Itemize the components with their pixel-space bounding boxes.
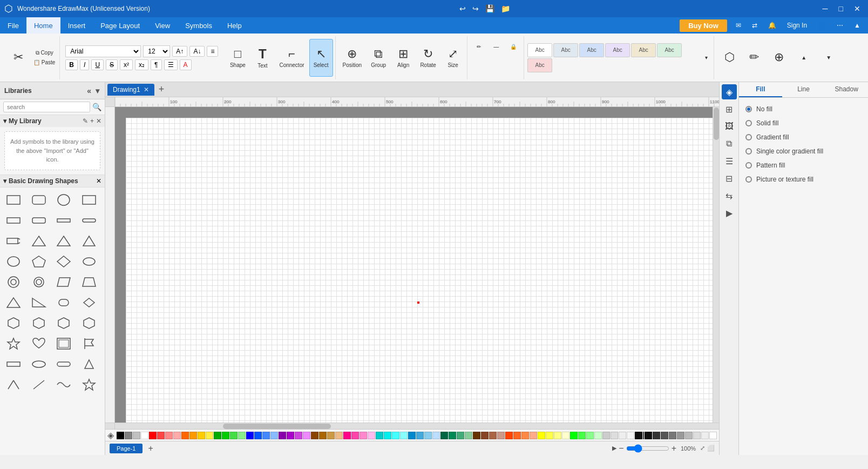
shape-trapezoid[interactable] [79, 273, 99, 291]
palette-swatch-38[interactable] [424, 432, 432, 439]
more-styles-button[interactable]: ▾ [701, 39, 711, 77]
page-tab-1[interactable]: Page-1 [110, 444, 143, 453]
palette-swatch-46[interactable] [489, 432, 497, 439]
shape-line-triangle[interactable] [3, 376, 24, 394]
fill-option-single-gradient[interactable]: Single color gradient fill [743, 144, 864, 158]
pen-style-button[interactable]: ✏ [471, 36, 487, 58]
format-button[interactable]: ▲ [792, 39, 816, 77]
shape-rect-small[interactable] [3, 211, 24, 230]
tab-shadow[interactable]: Shadow [825, 82, 868, 97]
swatch-black[interactable] [645, 432, 652, 439]
palette-swatch-27[interactable] [335, 432, 343, 439]
library-close-icon[interactable]: ✕ [96, 117, 101, 125]
palette-swatch-23[interactable] [303, 432, 310, 439]
style-thumb-4[interactable]: Abc [605, 43, 630, 57]
swatch-lightest[interactable] [701, 432, 709, 439]
strikethrough-button[interactable]: S [106, 59, 118, 70]
fill-tool-button[interactable]: ◈ [722, 84, 737, 99]
style-thumb-6[interactable]: Abc [657, 43, 682, 57]
palette-swatch-44[interactable] [473, 432, 480, 439]
palette-swatch-63[interactable] [627, 432, 634, 439]
palette-swatch-14[interactable] [230, 432, 238, 439]
shape-circle-outline[interactable] [29, 273, 49, 291]
palette-swatch-60[interactable] [602, 432, 610, 439]
palette-swatch-32[interactable] [376, 432, 383, 439]
palette-swatch-55[interactable] [562, 432, 569, 439]
palette-swatch-56[interactable] [570, 432, 578, 439]
palette-swatch-12[interactable] [214, 432, 221, 439]
search-input[interactable] [3, 102, 90, 112]
palette-swatch-33[interactable] [384, 432, 391, 439]
send-icon[interactable]: ✉ [733, 21, 744, 30]
palette-swatch-0[interactable] [117, 432, 124, 439]
shape-oval[interactable] [29, 355, 49, 373]
shape-wave[interactable] [53, 376, 74, 394]
zoom-slider[interactable] [626, 444, 669, 453]
shape-pill[interactable] [79, 211, 99, 230]
select-button[interactable]: ↖ Select [309, 39, 333, 77]
notification-icon[interactable]: 🔔 [765, 21, 779, 30]
style-thumb-2[interactable]: Abc [553, 43, 578, 57]
palette-swatch-47[interactable] [497, 432, 505, 439]
list-tool-button[interactable]: ☰ [722, 153, 737, 169]
style-thumb-3[interactable]: Abc [579, 43, 604, 57]
zoom-out-button[interactable]: − [619, 444, 623, 453]
swatch-medgray[interactable] [677, 432, 684, 439]
shape-hexagon-outline-sm[interactable] [79, 314, 99, 332]
fill-option-none[interactable]: No fill [743, 102, 864, 116]
fill-option-gradient[interactable]: Gradient fill [743, 130, 864, 144]
underline-button[interactable]: U [91, 59, 104, 70]
export-tool-button[interactable]: ⇆ [722, 188, 737, 203]
align-tool-button[interactable]: ⊞ Align [391, 39, 415, 77]
font-color-button[interactable]: A [180, 59, 192, 70]
palette-swatch-41[interactable] [449, 432, 456, 439]
shape-heart[interactable] [29, 334, 49, 353]
cut-button[interactable]: ✂ [6, 39, 30, 77]
text-button[interactable]: T Text [250, 39, 274, 77]
palette-swatch-64[interactable] [635, 432, 642, 439]
shape-hexagon[interactable] [29, 314, 49, 332]
buy-now-button[interactable]: Buy Now [680, 19, 727, 32]
shape-rounded-sm[interactable] [29, 211, 49, 230]
shape-triangle[interactable] [29, 232, 49, 250]
redo-button[interactable]: ↪ [470, 3, 481, 14]
my-library-header[interactable]: ▾ My Library ✎ + ✕ [0, 115, 105, 127]
palette-swatch-58[interactable] [586, 432, 594, 439]
shape-stadium[interactable] [53, 293, 74, 312]
palette-swatch-54[interactable] [554, 432, 561, 439]
group-button[interactable]: ⧉ Group [367, 39, 390, 77]
list-button[interactable]: ☰ [164, 59, 178, 70]
palette-swatch-9[interactable] [189, 432, 197, 439]
increase-font-button[interactable]: A↑ [172, 46, 187, 57]
shape-triangle-right[interactable] [53, 232, 74, 250]
image-tool-button[interactable]: 🖼 [722, 119, 737, 134]
palette-swatch-31[interactable] [368, 432, 375, 439]
fill-option-texture[interactable]: Picture or texture fill [743, 172, 864, 186]
palette-swatch-7[interactable] [173, 432, 181, 439]
palette-swatch-18[interactable] [262, 432, 270, 439]
palette-swatch-22[interactable] [295, 432, 302, 439]
swatch-lighter[interactable] [693, 432, 701, 439]
shape-star-5[interactable] [3, 334, 24, 353]
search-button[interactable]: 🔍 [92, 103, 101, 111]
shape-target[interactable] [3, 273, 24, 291]
shape-hexagon-outline[interactable] [53, 314, 74, 332]
palette-swatch-5[interactable] [157, 432, 165, 439]
palette-swatch-57[interactable] [578, 432, 586, 439]
shape-square-border[interactable] [53, 334, 74, 353]
layout-tool-button[interactable]: ⊞ [722, 102, 737, 117]
shape-rounded-rect[interactable] [29, 191, 49, 209]
shape-arrow-triangle[interactable] [3, 293, 24, 312]
user-icon[interactable]: 👤 [815, 21, 829, 30]
fill-style-button[interactable]: ⬡ [717, 39, 741, 77]
palette-swatch-65[interactable] [643, 432, 644, 439]
library-edit-icon[interactable]: ✎ [83, 117, 88, 125]
palette-swatch-13[interactable] [222, 432, 229, 439]
swatch-darkgray[interactable] [661, 432, 668, 439]
tab-line[interactable]: Line [782, 82, 825, 97]
play-button[interactable]: ▶ [612, 445, 616, 452]
shape-triangle-outline[interactable] [79, 232, 99, 250]
crop-button[interactable]: ⊕ [767, 39, 791, 77]
style-thumb-5[interactable]: Abc [631, 43, 656, 57]
palette-swatch-36[interactable] [408, 432, 416, 439]
